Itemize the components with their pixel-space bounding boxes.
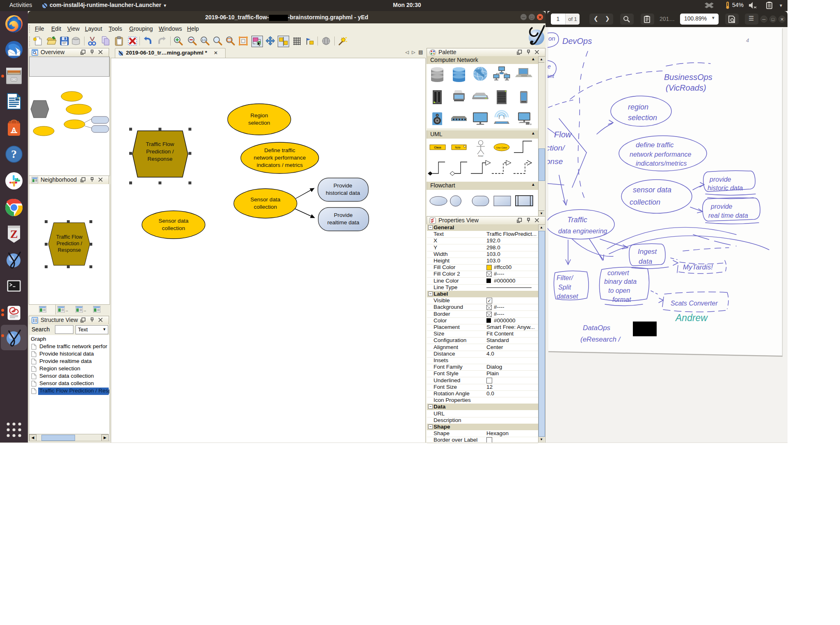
svg-text:indicators / metrics: indicators / metrics <box>257 162 303 168</box>
svg-text:provide: provide <box>710 203 733 210</box>
svg-text:DataOps: DataOps <box>583 324 611 332</box>
svg-text:Note: Note <box>455 146 461 149</box>
svg-text:convert: convert <box>607 269 629 276</box>
svg-text:collection: collection <box>630 198 660 206</box>
svg-text:Z: Z <box>10 228 18 240</box>
svg-text:historical data: historical data <box>326 190 360 196</box>
svg-text:Split: Split <box>558 284 571 291</box>
svg-text:to open: to open <box>608 287 630 294</box>
svg-text:Response: Response <box>148 156 173 162</box>
svg-text:Use Case: Use Case <box>496 146 507 149</box>
svg-text:Traffic Flow: Traffic Flow <box>146 141 174 147</box>
svg-text:on: on <box>548 35 555 42</box>
svg-text:data: data <box>639 258 652 265</box>
svg-text:Provide: Provide <box>333 182 352 189</box>
svg-text:Region: Region <box>251 112 268 119</box>
svg-text:Traffic Flow: Traffic Flow <box>56 234 83 240</box>
svg-text:network performance: network performance <box>254 155 306 161</box>
svg-text:ent: ent <box>548 73 555 79</box>
svg-text:Traffic: Traffic <box>567 216 587 224</box>
svg-text:MyTardis!: MyTardis! <box>683 263 713 271</box>
svg-text:Prediction /: Prediction / <box>57 241 82 246</box>
svg-text:Andrew: Andrew <box>675 312 708 323</box>
svg-text:historic data: historic data <box>708 185 743 192</box>
svg-text:Define traffic: Define traffic <box>264 147 295 153</box>
svg-text:data engineering: data engineering <box>558 228 607 235</box>
svg-text:Sensor data: Sensor data <box>159 218 189 224</box>
svg-text:dataset: dataset <box>557 293 578 300</box>
svg-text:real time data: real time data <box>708 212 748 219</box>
svg-text:Sensor data: Sensor data <box>251 196 281 203</box>
svg-text:Scats Converter: Scats Converter <box>671 300 718 307</box>
svg-text:Ingest: Ingest <box>638 248 657 255</box>
svg-text:provide: provide <box>709 176 731 183</box>
svg-text:define traffic: define traffic <box>636 141 674 149</box>
svg-text:Class: Class <box>434 146 441 149</box>
svg-text:selection: selection <box>248 120 270 126</box>
svg-text:onse: onse <box>548 157 563 166</box>
svg-text:Flow: Flow <box>554 130 572 139</box>
svg-text:(eResearch /: (eResearch / <box>580 335 621 343</box>
svg-text:Actor: Actor <box>478 155 484 157</box>
svg-text:Provide: Provide <box>334 212 353 218</box>
svg-text:ction/: ction/ <box>548 144 565 152</box>
svg-text:network performance: network performance <box>630 151 691 158</box>
svg-text:?: ? <box>11 148 17 160</box>
svg-text:Filter/: Filter/ <box>557 274 574 281</box>
svg-text:DevOps: DevOps <box>562 36 592 46</box>
svg-text:Response: Response <box>58 247 81 253</box>
svg-text:collection: collection <box>162 225 185 231</box>
svg-text:collection: collection <box>254 204 277 210</box>
svg-text:4: 4 <box>746 37 749 43</box>
svg-text:sensor data: sensor data <box>633 186 671 194</box>
svg-text:1:1: 1:1 <box>202 39 206 41</box>
svg-text:e: e <box>548 63 551 70</box>
svg-text:realtime data: realtime data <box>327 219 360 226</box>
svg-text:(VicRoads): (VicRoads) <box>666 83 706 92</box>
svg-text:binary data: binary data <box>604 278 637 285</box>
svg-text:format: format <box>612 296 631 303</box>
svg-text:selection: selection <box>628 114 657 122</box>
svg-text:BusinessOps: BusinessOps <box>664 73 712 82</box>
svg-text:indicators/metrics: indicators/metrics <box>636 160 687 167</box>
svg-text:region: region <box>628 103 648 111</box>
svg-text:Prediction /: Prediction / <box>146 148 174 155</box>
